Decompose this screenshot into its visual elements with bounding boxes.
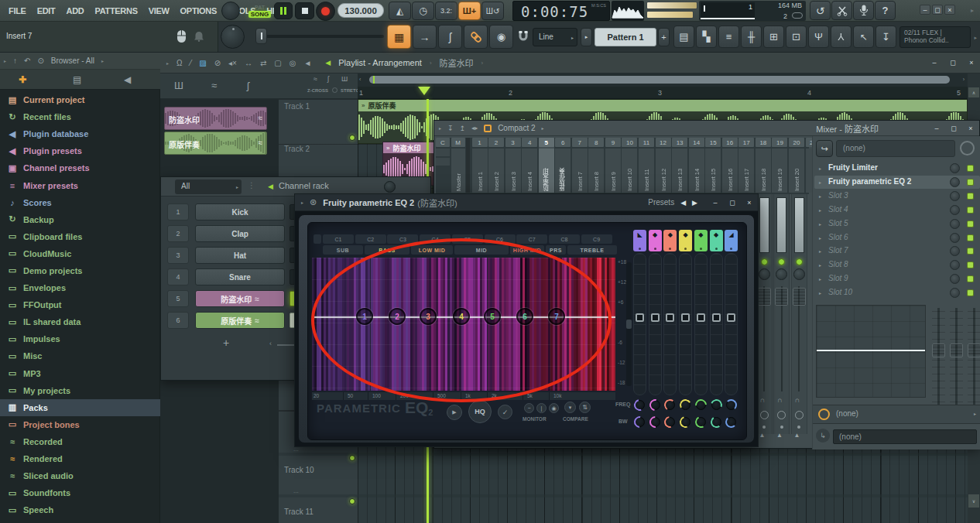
band-type-cap-7[interactable]: ◢ <box>725 230 738 251</box>
band-freq-knob-3[interactable] <box>665 400 675 410</box>
mixer-layout-icon[interactable] <box>484 125 492 132</box>
strip-col-m[interactable]: M <box>451 138 465 147</box>
metronome-button[interactable]: ◭ <box>389 2 411 20</box>
channel-button-1[interactable]: Kick <box>195 203 285 220</box>
slot-enable-led[interactable] <box>967 234 974 241</box>
slot-arrow-icon[interactable]: ▸ <box>819 221 821 227</box>
band-type-cap-2[interactable]: ◆ <box>649 230 662 251</box>
slot-arrow-icon[interactable]: ▸ <box>819 290 821 296</box>
band-channel-C9[interactable]: C9 <box>581 234 612 244</box>
band-gain-handle-7[interactable] <box>727 313 735 322</box>
song-label[interactable]: SONG <box>248 11 272 18</box>
strip-name-10[interactable]: Insert 10 <box>622 149 637 193</box>
playhead-marker[interactable] <box>418 87 430 95</box>
strip-number-6[interactable]: 6 <box>555 138 571 147</box>
band-gain-handle-1[interactable] <box>636 313 644 322</box>
band-type-cap-4[interactable]: ◆ <box>679 230 692 251</box>
browser-item-impulses[interactable]: ▭Impulses <box>0 330 160 347</box>
band-slider-track-3[interactable] <box>663 253 677 395</box>
render-button[interactable]: ↧ <box>875 26 896 48</box>
expand-icon[interactable]: ▸ <box>166 60 169 66</box>
monitor-right-button[interactable]: ◉ <box>549 403 559 413</box>
band-channel-C6[interactable]: C6 <box>485 234 516 244</box>
snap-selector[interactable]: Line ▸ <box>533 28 577 46</box>
minimize-button[interactable]: – <box>920 5 930 15</box>
effect-slot-10[interactable]: ▸Slot 10 <box>814 286 980 299</box>
oscilloscope[interactable] <box>612 1 644 21</box>
rack-title[interactable]: Channel rack <box>279 181 329 190</box>
band-bw-knob-5[interactable] <box>696 417 706 427</box>
band-freq-knob-7[interactable] <box>726 400 736 410</box>
monitor-mid-button[interactable]: | <box>536 403 547 413</box>
eq-band-fader-handle[interactable] <box>950 344 963 357</box>
track1-label[interactable]: Track 1 <box>284 102 310 111</box>
slip-icon[interactable]: ⁄ <box>190 59 192 67</box>
main-pitch-handle[interactable] <box>255 28 267 44</box>
strip-number-10[interactable]: 10 <box>622 138 637 147</box>
band-gain-handle-3[interactable] <box>666 313 674 322</box>
tab-sounds-icon[interactable]: ◀ <box>124 74 131 85</box>
track10-label[interactable]: Track 10 <box>284 466 314 474</box>
magnet-icon[interactable] <box>517 30 529 43</box>
browser-menu-arrow-icon[interactable]: ▸ <box>101 58 104 63</box>
add-pattern-button[interactable]: + <box>658 28 670 46</box>
eq-display[interactable]: 1234567 <box>312 258 615 391</box>
delay-compensation-knob[interactable] <box>960 141 975 156</box>
strip-enable-led[interactable] <box>761 258 768 265</box>
filter-selector[interactable]: All ▸ <box>175 179 242 194</box>
playlist-hscroll[interactable]: ‹ › <box>358 73 968 87</box>
strip-number-3[interactable]: 3 <box>505 138 521 147</box>
swap-icon[interactable]: ⇄ <box>260 59 266 67</box>
band-name-high-mid[interactable]: HIGH MID <box>510 245 544 255</box>
pause-button[interactable] <box>274 2 293 19</box>
band-channel-C1[interactable]: C1 <box>323 234 354 244</box>
strip-number-17[interactable]: 17 <box>738 138 754 147</box>
compare-b-button[interactable]: ⇅ <box>579 402 591 413</box>
eq-band-fader-handle[interactable] <box>932 344 945 357</box>
band-slider-track-4[interactable] <box>679 253 692 395</box>
eq-titlebar[interactable]: ▸ ⊛ Fruity parametric EQ 2 (防盗水印) Preset… <box>295 194 758 211</box>
strip-number-12[interactable]: 12 <box>656 138 671 147</box>
browser-item-packs[interactable]: ▥Packs <box>0 399 160 416</box>
channel-mixer-target[interactable]: 5 <box>167 290 189 307</box>
pattern-selector[interactable]: Pattern 1 <box>595 28 656 46</box>
strip-route-arrow-icon[interactable]: ▲ <box>794 432 800 439</box>
browser-item-recorded[interactable]: ≈Recorded <box>0 433 160 450</box>
monitor-left-button[interactable]: − <box>524 403 534 413</box>
track10-record-led[interactable] <box>349 455 355 461</box>
strip-name-13[interactable]: Insert 13 <box>672 149 687 193</box>
eq-band-handle-6[interactable]: 6 <box>516 308 533 325</box>
band-slider-track-5[interactable] <box>694 253 708 395</box>
strip-name-20[interactable]: Insert 20 <box>789 149 804 193</box>
zcross-toggle[interactable] <box>332 87 338 93</box>
cut-tool-button[interactable] <box>831 1 852 20</box>
mixer-dock-icon[interactable]: ◂▸ <box>471 125 478 132</box>
channel-button-2[interactable]: Clap <box>195 225 285 242</box>
plugin-gear-icon[interactable]: ⊛ <box>310 197 317 207</box>
slot-enable-led[interactable] <box>967 262 974 268</box>
eq-analyze-button[interactable]: ▶ <box>447 405 462 420</box>
band-type-cap-5[interactable]: ◆ <box>694 230 708 251</box>
band-name-prs[interactable]: PRS <box>546 245 566 255</box>
slot-mix-knob[interactable] <box>950 246 960 256</box>
browser-item-demo-projects[interactable]: ▭Demo projects <box>0 262 160 279</box>
slot-arrow-icon[interactable]: ▸ <box>819 207 821 213</box>
wait-for-input-button[interactable]: ◷ <box>412 2 434 20</box>
track11-label[interactable]: Track 11 <box>284 508 314 516</box>
pat-song-toggle[interactable]: PAT SONG <box>247 2 272 19</box>
close-button[interactable]: × <box>944 5 955 15</box>
strip-name-14[interactable]: Insert 14 <box>689 149 704 193</box>
band-channel-C5[interactable]: C5 <box>452 234 483 244</box>
time-row[interactable]: (none) ▸ <box>813 405 980 424</box>
rack-zoom-arrow[interactable]: ‹ <box>269 340 272 347</box>
mixer-close[interactable]: × <box>965 123 976 133</box>
typing-keyboard-to-piano-button[interactable]: Ш+ <box>458 2 481 20</box>
eq-band-fader-handle[interactable] <box>968 344 980 357</box>
mini-audio-icon[interactable]: ≈ <box>314 75 317 83</box>
playlist-button[interactable]: ▤ <box>673 26 694 48</box>
strip-enable-led[interactable] <box>778 258 785 265</box>
slot-arrow-icon[interactable]: ▸ <box>819 262 821 268</box>
playlist-vscroll-up[interactable]: ∧ <box>968 87 980 98</box>
strip-number-11[interactable]: 11 <box>639 138 654 147</box>
band-channel-C4[interactable]: C4 <box>420 234 451 244</box>
